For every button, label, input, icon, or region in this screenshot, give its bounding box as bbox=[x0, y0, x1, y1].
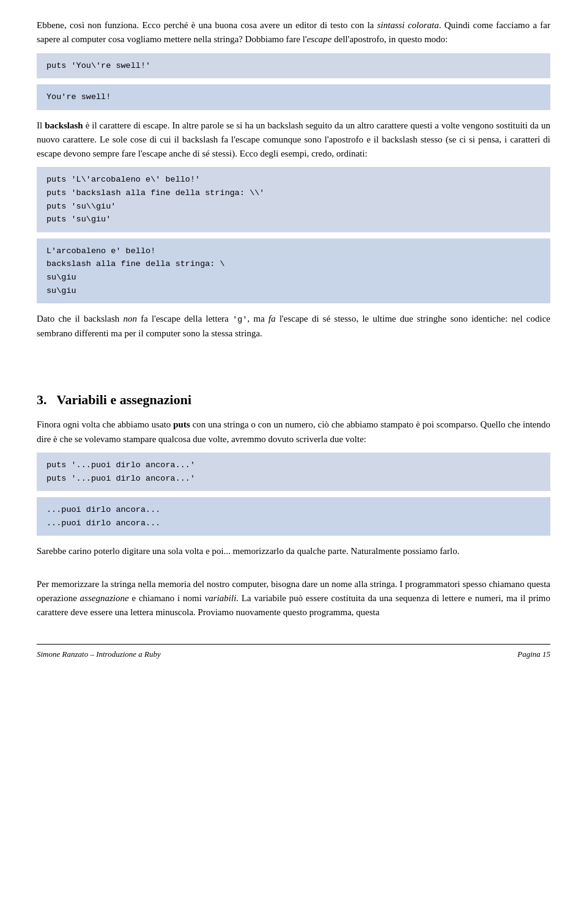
paragraph-variable-explanation: Per memorizzare la stringa nella memoria… bbox=[37, 577, 550, 620]
code-repeat: puts '...puoi dirlo ancora...' puts '...… bbox=[37, 453, 550, 491]
paragraph-1: Ebbene, così non funziona. Ecco perché è… bbox=[37, 18, 550, 47]
code-escape-apostrophe: puts 'You\'re swell!' bbox=[37, 53, 550, 79]
code-examples: puts 'L\'arcobaleno e\' bello!' puts 'ba… bbox=[37, 167, 550, 232]
output-repeat: ...puoi dirlo ancora... ...puoi dirlo an… bbox=[37, 497, 550, 536]
output-escape-apostrophe: You're swell! bbox=[37, 84, 550, 110]
section-3-heading: 3. Variabili e assegnazioni bbox=[37, 390, 550, 410]
footer-left: Simone Ranzato – Introduzione a Ruby bbox=[37, 648, 161, 660]
footer-right: Pagina 15 bbox=[517, 648, 550, 660]
output-examples: L'arcobaleno e' bello! backslash alla fi… bbox=[37, 238, 550, 303]
section-3-number: 3. bbox=[37, 392, 47, 407]
section-3-title: Variabili e assegnazioni bbox=[57, 392, 191, 407]
backslash-word: backslash bbox=[45, 120, 83, 130]
page-footer: Simone Ranzato – Introduzione a Ruby Pag… bbox=[37, 644, 550, 660]
paragraph-memorize: Sarebbe carino poterlo digitare una sola… bbox=[37, 544, 550, 558]
paragraph-backslash: Il backslash è il carattere di escape. I… bbox=[37, 119, 550, 161]
page-content: Ebbene, così non funziona. Ecco perché è… bbox=[37, 18, 550, 619]
paragraph-explanation: Dato che il backslash non fa l'escape de… bbox=[37, 312, 550, 341]
paragraph-variables-intro: Finora ogni volta che abbiamo usato puts… bbox=[37, 418, 550, 446]
